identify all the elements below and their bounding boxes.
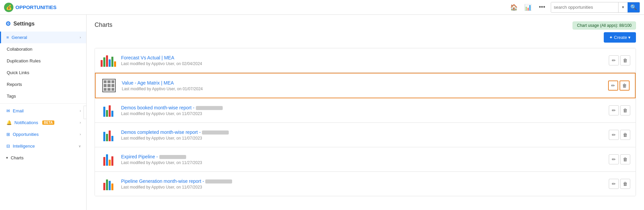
chart-actions: ✏ 🗑 [609,179,630,189]
email-label: Email [13,108,24,113]
beta-badge: BETA [42,120,54,125]
intelligence-label: Intelligence [13,144,35,149]
main-content: Charts Chart usage (All apps): 88/100 ✦ … [87,15,644,210]
chart-meta: Last modified by Apptivo User, on 01/07/… [122,87,608,91]
chart-info: Demos completed month-wise report - Last… [121,129,609,141]
sidebar-item-email[interactable]: ✉ Email › [0,105,86,117]
bar-chart-icon [103,177,113,190]
delete-btn[interactable]: 🗑 [620,81,630,91]
chart-info: Value - Age Matrix | MEA Last modified b… [122,80,608,91]
notifications-label: Notifications [14,120,38,125]
sidebar-item-notifications[interactable]: 🔔 Notifications BETA › [0,117,86,128]
chart-name[interactable]: Demos completed month-wise report - [121,129,609,135]
bar-chart-icon [103,104,113,117]
intelligence-icon: ⊟ [6,144,10,149]
bar-chart-icon [103,153,113,166]
page-title: Charts [95,21,112,29]
chart-item-selected: Value - Age Matrix | MEA Last modified b… [95,73,636,98]
sidebar-item-duplication-rules[interactable]: Duplication Rules [0,55,86,67]
sidebar-item-quick-links[interactable]: Quick Links [0,67,86,78]
chevron-down-icon: ∨ [78,144,81,148]
chart-info: Expired Pipeline - Last modified by Appt… [121,154,609,165]
main-header: Charts Chart usage (All apps): 88/100 ✦ … [95,21,636,43]
edit-btn[interactable]: ✏ [609,55,619,65]
chart-meta: Last modified by Apptivo User, on 11/07/… [121,111,609,116]
redacted-text [202,130,229,135]
create-button[interactable]: ✦ Create ▾ [604,32,636,43]
delete-btn[interactable]: 🗑 [620,179,630,189]
chart-icon-forecast [100,52,116,68]
home-icon[interactable]: 🏠 [508,2,519,13]
sidebar: ⚙ Settings ≡ General › Collaboration Dup… [0,15,87,210]
chart-icon-matrix [101,77,117,94]
chevron-right-icon: › [80,36,81,39]
opportunities-label: Opportunities [13,132,39,137]
sidebar-item-opportunities[interactable]: ⊞ Opportunities › [0,128,86,140]
sidebar-divider-1 [0,103,86,104]
edit-btn[interactable]: ✏ [609,179,619,189]
chart-info: Forecast Vs Actual | MEA Last modified b… [121,55,609,66]
general-label: General [12,35,27,40]
delete-btn[interactable]: 🗑 [620,55,630,65]
chevron-right-icon: › [80,133,81,136]
chart-name[interactable]: Forecast Vs Actual | MEA [121,55,609,60]
email-icon: ✉ [6,108,10,113]
settings-header: ⚙ Settings [0,15,86,32]
edit-btn[interactable]: ✏ [609,130,619,140]
chart-meta: Last modified by Apptivo User, on 11/07/… [121,185,609,190]
layout: ⚙ Settings ≡ General › Collaboration Dup… [0,15,644,210]
edit-btn[interactable]: ✏ [609,105,619,115]
edit-btn[interactable]: ✏ [609,154,619,164]
create-btn-label: ✦ Create ▾ [609,35,631,40]
chart-usage-label: Chart usage (All apps): 88/100 [577,23,632,28]
chart-item: Demos booked month-wise report - Last mo… [95,98,636,123]
app-title: OPPORTUNITIES [15,4,57,10]
collapse-panel-btn[interactable]: ‹ [84,106,87,119]
chart-info: Demos booked month-wise report - Last mo… [121,105,609,116]
chart-actions: ✏ 🗑 [609,105,630,115]
charts-toggle[interactable]: ▼ Charts [0,152,86,164]
more-icon[interactable]: ••• [537,2,547,13]
chart-item: Demos completed month-wise report - Last… [95,123,636,147]
chart-icon-demos-booked [100,102,116,118]
chart-actions: ✏ 🗑 [608,81,630,91]
search-submit-btn[interactable]: 🔍 [628,2,640,12]
chart-actions: ✏ 🗑 [609,154,630,164]
chart-item: Forecast Vs Actual | MEA Last modified b… [95,48,636,73]
chart-meta: Last modified by Apptivo User, on 02/04/… [121,61,609,66]
general-icon: ≡ [6,35,9,40]
chart-icon-pipeline [100,176,116,192]
search-dropdown-btn[interactable]: ▼ [618,2,628,12]
delete-btn[interactable]: 🗑 [620,130,630,140]
opportunities-icon: ⊞ [6,132,10,137]
chart-icon-expired [100,151,116,167]
logo-icon: 💰 [4,3,13,12]
chart-name[interactable]: Demos booked month-wise report - [121,105,609,110]
chart-name[interactable]: Value - Age Matrix | MEA [122,80,608,86]
chart-name[interactable]: Expired Pipeline - [121,154,609,159]
search-input[interactable] [551,2,618,12]
delete-btn[interactable]: 🗑 [620,105,630,115]
delete-btn[interactable]: 🗑 [620,154,630,164]
chart-name[interactable]: Pipeline Generation month-wise report - [121,178,609,184]
charts-arrow: ▼ [5,156,9,160]
chart-item: Expired Pipeline - Last modified by Appt… [95,147,636,172]
sidebar-item-collaboration[interactable]: Collaboration [0,43,86,55]
chevron-right-icon: › [80,121,81,124]
grid-icon [102,79,116,92]
sidebar-item-intelligence[interactable]: ⊟ Intelligence ∨ [0,140,86,152]
chart-icon[interactable]: 📊 [523,2,533,13]
chart-item: Pipeline Generation month-wise report - … [95,172,636,196]
bar-chart-icon [103,128,113,141]
redacted-text [196,106,223,110]
chart-meta: Last modified by Apptivo User, on 11/27/… [121,160,609,165]
sidebar-item-tags[interactable]: Tags [0,90,86,102]
sidebar-item-general[interactable]: ≡ General › [0,32,86,43]
redacted-text [159,155,186,159]
edit-btn[interactable]: ✏ [608,81,618,91]
sidebar-item-reports[interactable]: Reports [0,78,86,90]
app-logo[interactable]: 💰 OPPORTUNITIES [4,3,57,12]
search-wrapper: ▼ 🔍 [551,2,640,13]
settings-label: Settings [13,21,35,27]
chart-actions: ✏ 🗑 [609,130,630,140]
